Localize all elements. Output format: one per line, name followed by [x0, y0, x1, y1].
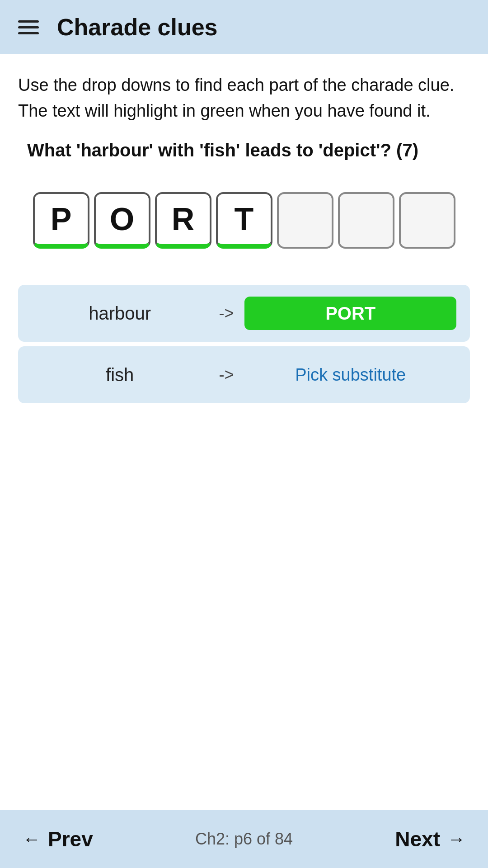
- menu-button[interactable]: [18, 20, 39, 34]
- tile-5: [338, 192, 394, 249]
- app-header: Charade clues: [0, 0, 488, 54]
- dropdown-section: harbour->PORTfish->Pick substitute: [18, 285, 470, 403]
- tile-3: T: [216, 192, 272, 249]
- next-button[interactable]: Next →: [395, 827, 465, 851]
- instructions-text: Use the drop downs to find each part of …: [18, 72, 470, 124]
- page-title: Charade clues: [57, 14, 218, 41]
- dropdown-label-0: harbour: [32, 303, 208, 324]
- dropdown-result-0[interactable]: PORT: [244, 297, 456, 330]
- tile-4: [277, 192, 333, 249]
- next-arrow-icon: →: [447, 829, 465, 849]
- tile-2: R: [155, 192, 211, 249]
- tile-6: [399, 192, 455, 249]
- prev-arrow-icon: ←: [23, 829, 41, 849]
- tiles-container: PORT: [18, 183, 470, 258]
- prev-label: Prev: [48, 827, 93, 851]
- dropdown-arrow-1: ->: [219, 365, 234, 384]
- dropdown-row-0[interactable]: harbour->PORT: [18, 285, 470, 342]
- tile-1: O: [94, 192, 150, 249]
- dropdown-arrow-0: ->: [219, 304, 234, 323]
- footer: ← Prev Ch2: p6 of 84 Next →: [0, 810, 488, 868]
- next-label: Next: [395, 827, 440, 851]
- dropdown-row-1[interactable]: fish->Pick substitute: [18, 346, 470, 403]
- dropdown-result-1[interactable]: Pick substitute: [244, 358, 456, 392]
- clue-question: What 'harbour' with 'fish' leads to 'dep…: [18, 140, 470, 160]
- main-content: Use the drop downs to find each part of …: [0, 54, 488, 810]
- page-info: Ch2: p6 of 84: [195, 830, 293, 849]
- prev-button[interactable]: ← Prev: [23, 827, 93, 851]
- tile-0: P: [33, 192, 89, 249]
- dropdown-label-1: fish: [32, 365, 208, 385]
